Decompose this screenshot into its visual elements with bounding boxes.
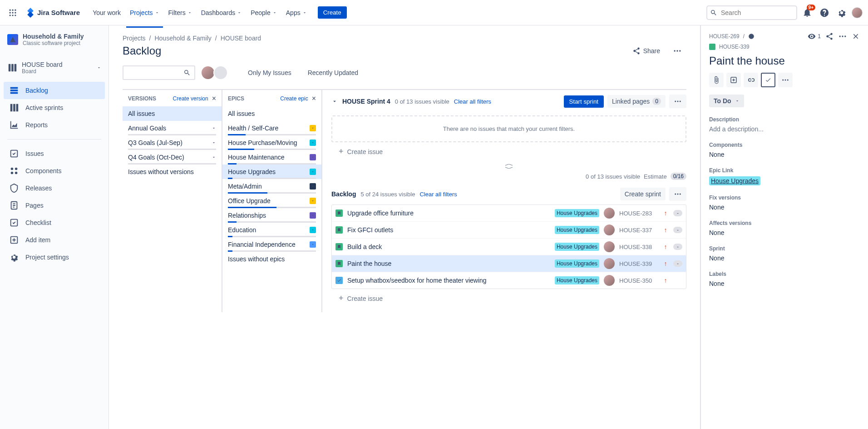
global-search[interactable]: [706, 5, 797, 20]
assignee-avatar[interactable]: [604, 224, 615, 235]
issue-key[interactable]: HOUSE-339: [619, 260, 658, 267]
epic-item[interactable]: Issues without epics: [222, 252, 321, 266]
avatar-unassigned[interactable]: [213, 65, 228, 80]
assignee-avatar[interactable]: [604, 258, 615, 269]
sidebar-item-active-sprints[interactable]: Active sprints: [4, 99, 105, 116]
version-item[interactable]: Q3 Goals (Jul-Sep): [123, 135, 222, 150]
epic-item[interactable]: All issues: [222, 106, 321, 121]
epic-item[interactable]: Education: [222, 223, 321, 237]
parent-key[interactable]: HOUSE-269: [709, 33, 740, 40]
epic-tag[interactable]: House Upgrades: [555, 226, 599, 234]
fix-versions-field[interactable]: None: [709, 204, 860, 211]
breadcrumb-item[interactable]: Projects: [123, 35, 146, 42]
create-issue-sprint[interactable]: + Create issue: [331, 142, 686, 161]
board-selector[interactable]: HOUSE board Board: [4, 57, 105, 78]
affects-versions-field[interactable]: None: [709, 229, 860, 236]
assignee-filter[interactable]: [202, 65, 228, 80]
sidebar-item-issues[interactable]: Issues: [4, 145, 105, 162]
project-header[interactable]: Household & Family Classic software proj…: [4, 33, 105, 54]
create-issue-backlog[interactable]: + Create issue: [331, 289, 686, 308]
status-dropdown[interactable]: To Do: [709, 95, 744, 107]
issue-row[interactable]: Fix GFCI outlets House Upgrades HOUSE-33…: [332, 221, 686, 238]
quick-filter[interactable]: Only My Issues: [244, 67, 295, 78]
sprint-field[interactable]: None: [709, 254, 860, 262]
issue-key[interactable]: HOUSE-337: [619, 227, 658, 234]
epic-item[interactable]: House Maintenance: [222, 150, 321, 165]
epic-link-field[interactable]: House Upgrades: [709, 176, 760, 185]
sidebar-item-releases[interactable]: Releases: [4, 180, 105, 197]
create-version-link[interactable]: Create version: [173, 95, 208, 102]
detail-more-icon[interactable]: [838, 32, 847, 41]
close-epics-icon[interactable]: ×: [312, 95, 316, 103]
labels-field[interactable]: None: [709, 280, 860, 287]
share-icon[interactable]: [825, 32, 833, 40]
nav-item-dashboards[interactable]: Dashboards: [197, 6, 246, 19]
nav-item-filters[interactable]: Filters: [165, 6, 196, 19]
clear-filters-sprint[interactable]: Clear all filters: [454, 98, 491, 105]
close-versions-icon[interactable]: ×: [212, 95, 216, 103]
epic-tag[interactable]: House Upgrades: [555, 209, 599, 217]
issue-row[interactable]: Build a deck House Upgrades HOUSE-338 ↑ …: [332, 238, 686, 255]
quick-filter[interactable]: Recently Updated: [304, 67, 362, 78]
epic-tag[interactable]: House Upgrades: [555, 276, 599, 284]
drag-handle[interactable]: [331, 163, 686, 170]
linked-pages-button[interactable]: Linked pages 0: [607, 95, 666, 108]
search-input[interactable]: [706, 5, 797, 20]
nav-item-apps[interactable]: Apps: [282, 6, 311, 19]
issue-row[interactable]: Paint the house House Upgrades HOUSE-339…: [332, 255, 686, 272]
issue-key[interactable]: HOUSE-283: [619, 210, 658, 217]
start-sprint-button[interactable]: Start sprint: [564, 95, 604, 108]
assignee-avatar[interactable]: [604, 241, 615, 252]
attach-button[interactable]: [709, 73, 724, 87]
share-button[interactable]: Share: [628, 44, 665, 58]
sidebar-item-reports[interactable]: Reports: [4, 116, 105, 134]
sprint-more-button[interactable]: [669, 95, 686, 108]
version-item[interactable]: Issues without versions: [123, 165, 222, 179]
checklist-button[interactable]: [761, 73, 775, 87]
sidebar-item-add-item[interactable]: Add item: [4, 231, 105, 249]
backlog-more-button[interactable]: [669, 187, 686, 201]
sidebar-item-components[interactable]: Components: [4, 162, 105, 180]
settings-icon[interactable]: [834, 5, 849, 20]
epic-item[interactable]: Relationships: [222, 208, 321, 223]
nav-item-people[interactable]: People: [247, 6, 281, 19]
config-icon[interactable]: [748, 33, 755, 40]
epic-item[interactable]: House Purchase/Moving: [222, 135, 321, 150]
board-search[interactable]: [123, 65, 195, 80]
detail-title[interactable]: Paint the house: [709, 55, 860, 67]
add-child-button[interactable]: [726, 73, 741, 87]
sidebar-item-backlog[interactable]: Backlog: [4, 82, 105, 99]
detail-more-button[interactable]: [778, 73, 793, 87]
epic-item[interactable]: House Upgrades: [222, 165, 321, 179]
epic-item[interactable]: Office Upgrade: [222, 194, 321, 208]
sidebar-item-pages[interactable]: Pages: [4, 197, 105, 214]
sidebar-item-project-settings[interactable]: Project settings: [4, 249, 105, 266]
epic-item[interactable]: Health / Self-Care: [222, 121, 321, 135]
assignee-avatar[interactable]: [604, 208, 615, 219]
epic-tag[interactable]: House Upgrades: [555, 243, 599, 251]
issue-key[interactable]: HOUSE-350: [619, 277, 658, 284]
nav-item-your-work[interactable]: Your work: [89, 6, 124, 19]
app-switcher[interactable]: [5, 5, 20, 20]
description-field[interactable]: Add a description...: [709, 125, 860, 133]
profile-avatar[interactable]: [852, 7, 863, 18]
epic-item[interactable]: Financial Independence: [222, 237, 321, 252]
version-item[interactable]: Annual Goals: [123, 121, 222, 135]
issue-key[interactable]: HOUSE-338: [619, 244, 658, 250]
version-item[interactable]: All issues: [123, 106, 222, 121]
more-actions-button[interactable]: [668, 44, 686, 58]
nav-item-projects[interactable]: Projects: [126, 6, 163, 19]
create-epic-link[interactable]: Create epic: [280, 95, 308, 102]
create-button[interactable]: Create: [318, 6, 347, 19]
logo[interactable]: Jira Software: [22, 8, 84, 18]
watch-button[interactable]: 1: [808, 32, 821, 40]
assignee-avatar[interactable]: [604, 275, 615, 286]
create-sprint-button[interactable]: Create sprint: [620, 188, 666, 200]
components-field[interactable]: None: [709, 151, 860, 158]
notifications-icon[interactable]: 9+: [800, 5, 814, 20]
breadcrumb-item[interactable]: HOUSE board: [221, 35, 261, 42]
issue-row[interactable]: Upgrade office furniture House Upgrades …: [332, 205, 686, 221]
version-item[interactable]: Q4 Goals (Oct-Dec): [123, 150, 222, 165]
sidebar-item-checklist[interactable]: Checklist: [4, 214, 105, 231]
epic-item[interactable]: Meta/Admin: [222, 179, 321, 194]
